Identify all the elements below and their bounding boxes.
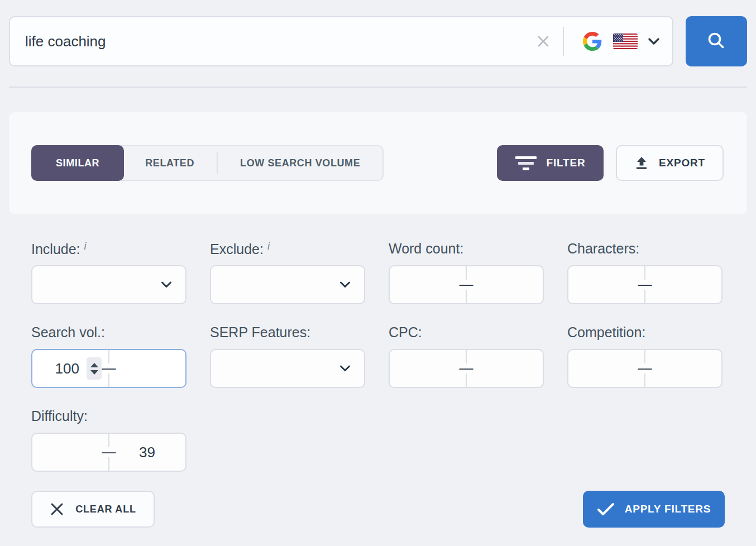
filters-panel: Include:i Exclude:i Word count: — Charac… bbox=[0, 214, 756, 528]
tab-related[interactable]: RELATED bbox=[123, 146, 217, 180]
tab-label: RELATED bbox=[145, 157, 194, 169]
search-engine-locale-selector[interactable] bbox=[564, 32, 672, 51]
cpc-filter-field: CPC: — bbox=[389, 324, 544, 388]
export-button[interactable]: EXPORT bbox=[616, 145, 724, 181]
apply-filters-button[interactable]: APPLY FILTERS bbox=[583, 491, 725, 528]
search-volume-filter-field: Search vol.: 100 — bbox=[31, 324, 186, 388]
close-icon bbox=[50, 502, 64, 516]
clear-all-button[interactable]: CLEAR ALL bbox=[31, 491, 155, 528]
competition-filter-field: Competition: — bbox=[567, 324, 722, 388]
filter-icon bbox=[515, 156, 537, 170]
tab-similar[interactable]: SIMILAR bbox=[31, 145, 124, 181]
filter-button[interactable]: FILTER bbox=[497, 145, 604, 181]
range-dash: — bbox=[460, 277, 473, 291]
keyword-search-input[interactable]: life coaching bbox=[9, 16, 673, 66]
difficulty-filter-field: Difficulty: — 39 bbox=[31, 408, 186, 472]
difficulty-max-value[interactable]: 39 bbox=[109, 444, 185, 461]
search-volume-min-value[interactable]: 100 bbox=[55, 360, 79, 377]
exclude-label: Exclude:i bbox=[210, 241, 365, 257]
chevron-down-icon bbox=[648, 37, 660, 45]
competition-label: Competition: bbox=[567, 324, 722, 341]
search-icon bbox=[705, 30, 728, 52]
results-tabs: SIMILAR RELATED LOW SEARCH VOLUME bbox=[31, 145, 384, 181]
characters-filter-field: Characters: — bbox=[567, 241, 722, 304]
chevron-down-icon bbox=[339, 365, 351, 372]
word-count-range-input[interactable]: — bbox=[389, 265, 544, 304]
competition-range-input[interactable]: — bbox=[567, 349, 722, 388]
chevron-down-icon bbox=[161, 281, 172, 289]
tab-label: SIMILAR bbox=[56, 157, 99, 169]
info-icon[interactable]: i bbox=[84, 241, 87, 252]
exclude-select[interactable] bbox=[210, 265, 365, 304]
cpc-range-input[interactable]: — bbox=[389, 349, 544, 388]
clear-search-icon[interactable] bbox=[536, 34, 551, 49]
google-logo-icon bbox=[583, 32, 602, 51]
us-flag-icon bbox=[613, 33, 638, 49]
tab-label: LOW SEARCH VOLUME bbox=[240, 157, 360, 169]
include-filter-field: Include:i bbox=[31, 241, 186, 304]
export-upload-icon bbox=[634, 156, 649, 170]
characters-label: Characters: bbox=[567, 241, 722, 257]
toolbar-actions: FILTER EXPORT bbox=[497, 145, 724, 181]
characters-range-input[interactable]: — bbox=[567, 265, 722, 304]
filters-footer: CLEAR ALL APPLY FILTERS bbox=[31, 491, 725, 528]
range-dash: — bbox=[638, 277, 652, 291]
word-count-filter-field: Word count: — bbox=[389, 241, 544, 304]
search-query-text[interactable]: life coaching bbox=[10, 33, 536, 50]
cpc-label: CPC: bbox=[389, 324, 544, 341]
range-dash: — bbox=[102, 361, 116, 375]
serp-features-filter-field: SERP Features: bbox=[210, 324, 365, 388]
difficulty-label: Difficulty: bbox=[31, 408, 186, 425]
stepper-down-icon[interactable] bbox=[90, 370, 98, 375]
include-select[interactable] bbox=[31, 265, 186, 304]
range-dash: — bbox=[638, 361, 652, 375]
include-label: Include:i bbox=[31, 241, 186, 257]
chevron-down-icon bbox=[339, 281, 351, 289]
horizontal-divider bbox=[9, 87, 747, 88]
clear-all-label: CLEAR ALL bbox=[75, 504, 136, 515]
search-button[interactable] bbox=[686, 16, 747, 66]
apply-filters-label: APPLY FILTERS bbox=[625, 503, 711, 515]
difficulty-range-input[interactable]: — 39 bbox=[31, 433, 186, 472]
checkmark-icon bbox=[597, 502, 615, 516]
serp-features-select[interactable] bbox=[210, 349, 365, 388]
search-volume-range-input[interactable]: 100 — bbox=[31, 349, 186, 388]
word-count-label: Word count: bbox=[389, 241, 544, 257]
number-stepper[interactable] bbox=[87, 357, 102, 380]
range-dash: — bbox=[460, 361, 473, 375]
serp-features-label: SERP Features: bbox=[210, 324, 365, 341]
search-bar: life coaching bbox=[0, 0, 756, 66]
exclude-filter-field: Exclude:i bbox=[210, 241, 365, 304]
stepper-up-icon[interactable] bbox=[90, 363, 98, 367]
filter-button-label: FILTER bbox=[547, 157, 586, 169]
results-toolbar-card: SIMILAR RELATED LOW SEARCH VOLUME FILTER… bbox=[9, 112, 747, 214]
search-volume-label: Search vol.: bbox=[31, 324, 186, 341]
info-icon[interactable]: i bbox=[267, 241, 270, 252]
export-button-label: EXPORT bbox=[659, 157, 705, 169]
tab-low-search-volume[interactable]: LOW SEARCH VOLUME bbox=[218, 146, 382, 180]
